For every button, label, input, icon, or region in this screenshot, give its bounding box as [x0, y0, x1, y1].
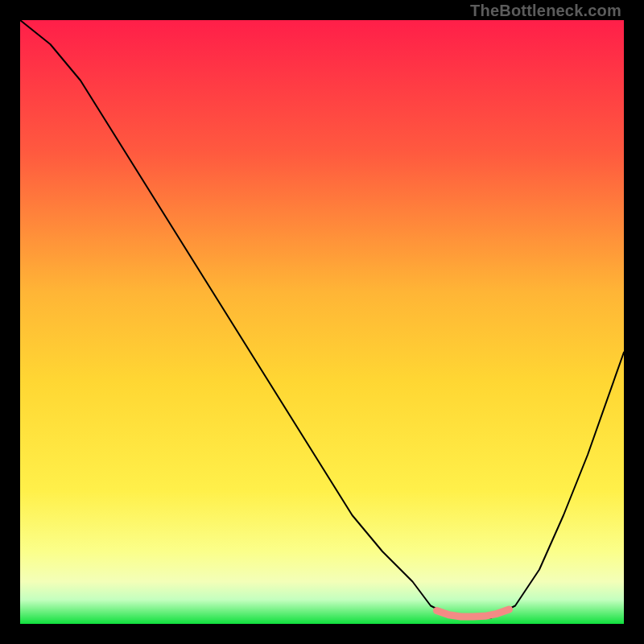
chart-frame — [20, 20, 624, 624]
watermark-text: TheBottleneck.com — [470, 2, 621, 20]
gradient-background — [20, 20, 624, 624]
bottleneck-chart — [20, 20, 624, 624]
